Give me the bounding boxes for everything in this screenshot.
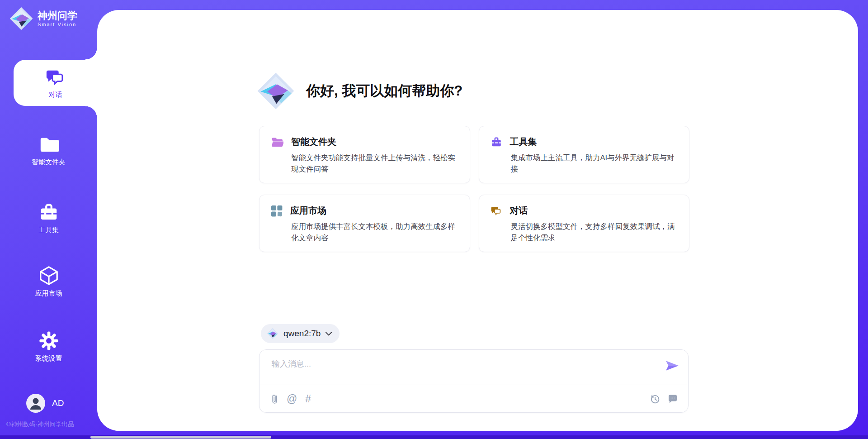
app-subtitle: Smart Vision: [38, 22, 77, 27]
sidebar: 神州问学 Smart Vision 对话 智能文件夹 工具集 应用市场 系统设置…: [0, 0, 97, 439]
at-icon[interactable]: @: [287, 394, 297, 404]
model-selector[interactable]: qwen2:7b: [261, 324, 340, 343]
person-icon: [26, 394, 45, 413]
card-smart-folder[interactable]: 智能文件夹 智能文件夹功能支持批量文件上传与清洗，轻松实现文件问答: [259, 126, 470, 183]
user-name: AD: [52, 398, 64, 408]
card-description: 集成市场上主流工具，助力AI与外界无缝扩展与对接: [511, 152, 679, 175]
active-tab-fillet: [85, 48, 97, 60]
sidebar-item-chat[interactable]: 对话: [14, 60, 97, 106]
hash-icon[interactable]: #: [305, 394, 311, 404]
card-title: 工具集: [510, 136, 537, 148]
folder-icon: [38, 134, 59, 155]
sidebar-item-label: 工具集: [38, 226, 59, 234]
sidebar-item-app-market[interactable]: 应用市场: [0, 265, 97, 298]
scrollbar-thumb[interactable]: [90, 436, 271, 439]
copyright: ©神州数码·神州问学出品: [6, 420, 74, 429]
gem-icon: [267, 328, 278, 339]
card-description: 应用市场提供丰富长文本模板，助力高效生成多样化文章内容: [291, 221, 459, 243]
card-description: 智能文件夹功能支持批量文件上传与清洗，轻松实现文件问答: [291, 152, 459, 175]
active-tab-fillet: [85, 106, 97, 118]
card-app-market[interactable]: 应用市场 应用市场提供丰富长文本模板，助力高效生成多样化文章内容: [259, 195, 470, 252]
chevron-down-icon: [326, 332, 332, 336]
briefcase-icon: [491, 136, 502, 148]
sidebar-item-label: 应用市场: [35, 289, 62, 298]
card-title: 对话: [510, 205, 528, 217]
main-panel: 你好, 我可以如何帮助你? 智能文件夹 智能文件夹功能支持批量文件上传与清洗，轻…: [97, 10, 858, 431]
horizontal-scrollbar[interactable]: [0, 435, 868, 439]
card-toolset[interactable]: 工具集 集成市场上主流工具，助力AI与外界无缝扩展与对接: [479, 126, 690, 183]
app-name: 神州问学: [38, 10, 77, 21]
sidebar-item-label: 智能文件夹: [32, 158, 66, 167]
gem-icon: [256, 72, 295, 110]
user-profile[interactable]: AD: [26, 394, 64, 413]
sidebar-item-settings[interactable]: 系统设置: [0, 330, 97, 363]
chat-icon: [45, 67, 66, 88]
composer-toolbar: @ #: [271, 389, 678, 409]
card-title: 应用市场: [290, 205, 326, 217]
message-input[interactable]: [271, 358, 646, 381]
card-description: 灵活切换多模型文件，支持多样回复效果调试，满足个性化需求: [511, 221, 679, 243]
folder-open-icon: [271, 137, 283, 148]
paperclip-icon[interactable]: [271, 393, 278, 405]
history-icon[interactable]: [650, 394, 660, 404]
app-logo: 神州问学 Smart Vision: [9, 6, 77, 31]
logo-gem-icon: [9, 6, 33, 31]
toolbox-icon: [38, 202, 59, 223]
feature-cards: 智能文件夹 智能文件夹功能支持批量文件上传与清洗，轻松实现文件问答 工具集 集成…: [259, 126, 689, 252]
chat-bubble-icon[interactable]: [667, 394, 678, 404]
card-chat[interactable]: 对话 灵活切换多模型文件，支持多样回复效果调试，满足个性化需求: [479, 195, 690, 252]
chat-icon: [491, 205, 502, 217]
avatar: [26, 394, 45, 413]
grid-icon: [271, 205, 283, 217]
gear-icon: [38, 330, 59, 351]
sidebar-item-label: 对话: [49, 91, 62, 99]
sidebar-item-toolset[interactable]: 工具集: [0, 202, 97, 234]
greeting: 你好, 我可以如何帮助你?: [256, 72, 462, 110]
composer-divider: [260, 385, 688, 385]
message-composer: @ #: [259, 349, 689, 413]
cube-icon: [38, 265, 59, 286]
model-name: qwen2:7b: [283, 329, 321, 339]
sidebar-item-label: 系统设置: [35, 354, 62, 363]
send-icon[interactable]: [665, 361, 679, 371]
sidebar-item-smart-folder[interactable]: 智能文件夹: [0, 134, 97, 167]
card-title: 智能文件夹: [291, 136, 336, 148]
greeting-text: 你好, 我可以如何帮助你?: [306, 81, 462, 100]
